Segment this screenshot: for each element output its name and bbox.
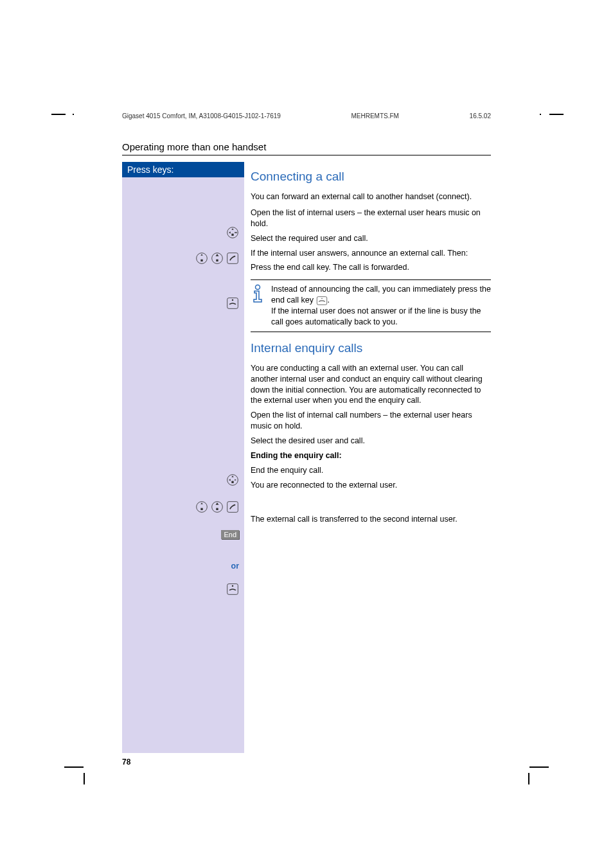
key-endcall — [226, 297, 239, 310]
svg-rect-8 — [231, 481, 233, 483]
end-softkey: End — [221, 530, 239, 539]
text-ending-heading: Ending the enquiry call: — [251, 450, 491, 461]
or-label: or — [231, 562, 240, 571]
end-call-icon — [226, 297, 239, 310]
content-column: Connecting a call You can forward an ext… — [244, 162, 491, 753]
info-text: Instead of announcing the call, you can … — [271, 284, 491, 328]
svg-rect-1 — [231, 234, 233, 236]
info-line1: Instead of announcing the call, you can … — [271, 285, 491, 305]
crop-mark — [528, 773, 529, 784]
text-end-enquiry: End the enquiry call. — [251, 465, 491, 476]
main-content: Press keys: End or — [122, 162, 491, 753]
info-icon — [251, 284, 265, 303]
document-header: Gigaset 4015 Comfort, IM, A31008-G4015-J… — [122, 112, 491, 120]
text-press-end: Press the end call key. The call is forw… — [251, 262, 491, 273]
info-box: Instead of announcing the call, you can … — [251, 279, 491, 332]
svg-point-6 — [232, 299, 234, 301]
crop-mark — [549, 114, 564, 115]
header-right: 16.5.02 — [470, 112, 491, 120]
or-holder: or — [200, 562, 239, 571]
end-call-inline-icon — [316, 296, 328, 305]
info-line3: If the internal user does not answer or … — [271, 306, 481, 326]
talk-key-icon — [226, 500, 239, 513]
heading-internal: Internal enquiry calls — [251, 341, 491, 355]
keys-column: Press keys: End or — [122, 162, 244, 753]
navpad-icon — [195, 252, 208, 265]
svg-point-14 — [256, 285, 260, 290]
svg-point-15 — [321, 298, 322, 299]
text-open-list-2: Open the list of internal call numbers –… — [251, 410, 491, 432]
talk-key-icon — [226, 252, 239, 265]
svg-point-13 — [232, 585, 234, 587]
end-call-icon — [226, 583, 239, 596]
text-transferred: The external call is transferred to the … — [251, 514, 491, 525]
page-number: 78 — [122, 757, 130, 766]
crop-mark — [64, 766, 84, 768]
info-line2: . — [328, 296, 330, 305]
key-end-badge: End — [221, 530, 239, 539]
press-keys-label: Press keys: — [122, 162, 244, 177]
crop-mark — [540, 114, 541, 115]
text-forward: You can forward an external call to anot… — [251, 191, 491, 202]
key-navpad — [226, 226, 239, 239]
key-navpad-2 — [226, 474, 239, 486]
svg-rect-12 — [216, 508, 218, 510]
svg-rect-10 — [200, 508, 202, 510]
section-title: Operating more than one handset — [122, 141, 491, 155]
key-nav-talk — [195, 252, 239, 265]
key-endcall-2 — [226, 583, 239, 596]
text-select-desired: Select the desired user and call. — [251, 436, 491, 447]
header-center: MEHREMTS.FM — [351, 112, 398, 120]
header-left: Gigaset 4015 Comfort, IM, A31008-G4015-J… — [122, 112, 281, 120]
crop-mark — [529, 766, 549, 768]
navpad-up-icon — [211, 500, 224, 513]
navpad-icon — [195, 500, 208, 513]
text-open-list: Open the list of internal users – the ex… — [251, 208, 491, 229]
heading-connecting: Connecting a call — [251, 170, 491, 184]
text-announce: If the internal user answers, announce a… — [251, 248, 491, 259]
svg-rect-3 — [200, 260, 202, 261]
text-select-user: Select the required user and call. — [251, 233, 491, 244]
text-reconnected: You are reconnected to the external user… — [251, 480, 491, 491]
crop-mark — [51, 114, 66, 115]
navpad-icon — [226, 474, 239, 486]
navpad-up-icon — [211, 252, 224, 265]
key-nav-talk-2 — [195, 500, 239, 513]
svg-rect-5 — [216, 260, 218, 261]
crop-mark — [84, 773, 85, 784]
navpad-icon — [226, 226, 239, 239]
crop-mark — [73, 114, 74, 115]
text-conducting: You are conducting a call with an extern… — [251, 363, 491, 407]
